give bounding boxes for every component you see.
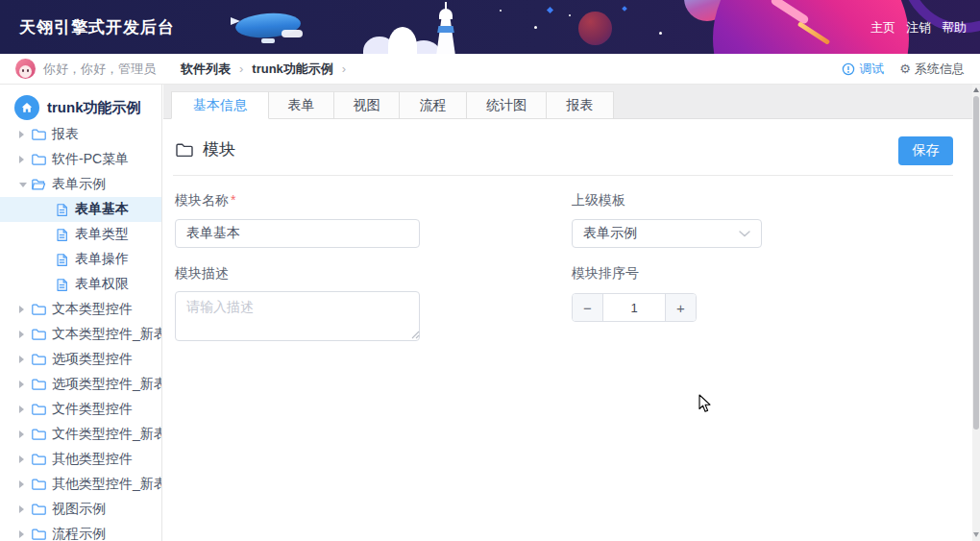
scroll-down-arrow-icon[interactable]	[973, 532, 979, 537]
avatar	[15, 59, 36, 79]
chevron-right-icon: ›	[239, 61, 243, 76]
folder-icon	[31, 527, 46, 541]
lighthouse-illustration	[436, 17, 455, 54]
folder-icon	[31, 127, 46, 142]
caret-right-icon[interactable]	[19, 480, 31, 488]
lighthouse-illustration	[436, 26, 455, 33]
required-asterisk: *	[231, 192, 235, 208]
planet-small-illustration	[578, 12, 612, 45]
parent-template-label: 上级模板	[572, 192, 625, 209]
breadcrumb-bar: 你好，你好，管理员 软件列表 › trunk功能示例 › 调试 ⚙ 系统信息	[0, 54, 980, 85]
tree-item-other-controls-new[interactable]: 其他类型控件_新表	[0, 472, 161, 497]
nav-logout-link[interactable]: 注销	[906, 19, 931, 37]
tree-item-label: 文本类型控件	[52, 301, 133, 318]
hill-illustration	[388, 27, 417, 54]
sidebar-root-node[interactable]: trunk功能示例	[0, 93, 161, 122]
caret-right-icon[interactable]	[19, 356, 31, 363]
tree-item-text-controls[interactable]: 文本类型控件	[0, 297, 161, 322]
document-icon	[55, 203, 69, 217]
chevron-down-icon	[739, 231, 750, 237]
tree-item-other-controls[interactable]: 其他类型控件	[0, 447, 161, 472]
document-icon	[55, 278, 69, 292]
module-name-input[interactable]	[175, 219, 420, 248]
tree-item-form-permission[interactable]: 表单权限	[0, 272, 161, 297]
star-icon	[569, 14, 571, 16]
star-icon	[534, 26, 537, 29]
sidebar-tree: trunk功能示例 报表 软件-PC菜单 表单示例 表单基本 表单类型 表单操作…	[0, 85, 162, 541]
avatar-eye	[22, 69, 24, 72]
caret-right-icon[interactable]	[19, 455, 31, 463]
tree-item-option-controls-new[interactable]: 选项类型控件_新表	[0, 372, 161, 397]
nav-home-link[interactable]: 主页	[870, 19, 895, 37]
tree-item-label: 文本类型控件_新表	[52, 326, 162, 343]
gear-icon: ⚙	[899, 61, 911, 76]
tree-item-label: 表单权限	[75, 276, 129, 293]
tree-item-file-controls[interactable]: 文件类型控件	[0, 397, 161, 422]
tree-item-reports[interactable]: 报表	[0, 122, 161, 147]
folder-icon	[31, 152, 46, 167]
tab-flow[interactable]: 流程	[400, 91, 467, 119]
avatar-face	[19, 65, 32, 78]
module-order-value[interactable]: 1	[603, 294, 665, 321]
increase-button[interactable]: +	[665, 294, 696, 321]
caret-right-icon[interactable]	[19, 406, 31, 413]
tree-item-form-basic[interactable]: 表单基本	[0, 197, 161, 222]
star-icon	[500, 10, 502, 12]
vertical-scrollbar[interactable]	[972, 85, 980, 541]
system-info-button[interactable]: ⚙ 系统信息	[899, 61, 965, 78]
folder-icon	[31, 327, 46, 342]
info-icon	[842, 62, 855, 76]
tree-item-label: 表单类型	[75, 226, 129, 243]
caret-right-icon[interactable]	[19, 505, 31, 513]
parent-template-select[interactable]: 表单示例	[572, 219, 762, 248]
tab-report[interactable]: 报表	[547, 91, 614, 119]
breadcrumb-trunk-demo[interactable]: trunk功能示例	[252, 61, 333, 78]
caret-right-icon[interactable]	[19, 331, 31, 338]
tree-item-text-controls-new[interactable]: 文本类型控件_新表	[0, 322, 161, 347]
parent-template-value: 表单示例	[583, 225, 739, 242]
tab-bar: 基本信息 表单 视图 流程 统计图 报表	[163, 85, 972, 119]
decrease-button[interactable]: −	[573, 294, 603, 321]
tab-view[interactable]: 视图	[334, 91, 400, 119]
document-icon	[55, 253, 69, 267]
tree-item-flow-demo[interactable]: 流程示例	[0, 522, 161, 541]
tab-chart[interactable]: 统计图	[467, 91, 547, 119]
tree-item-option-controls[interactable]: 选项类型控件	[0, 347, 161, 372]
scroll-up-arrow-icon[interactable]	[973, 87, 979, 92]
tree-item-view-demo[interactable]: 视图示例	[0, 497, 161, 522]
tree-item-label: 视图示例	[52, 501, 106, 518]
app-title: 天翎引擎式开发后台	[19, 16, 175, 38]
caret-right-icon[interactable]	[19, 530, 31, 538]
tab-basic-info[interactable]: 基本信息	[171, 91, 269, 119]
app-header: 天翎引擎式开发后台 主页 注销 帮助	[0, 0, 980, 54]
module-desc-label: 模块描述	[175, 265, 229, 283]
scrollbar-thumb[interactable]	[973, 96, 979, 430]
debug-button[interactable]: 调试	[842, 61, 884, 78]
tree-item-form-type[interactable]: 表单类型	[0, 222, 161, 247]
caret-right-icon[interactable]	[19, 156, 31, 163]
airship-illustration	[261, 38, 275, 43]
folder-icon	[31, 377, 46, 392]
caret-right-icon[interactable]	[19, 131, 31, 138]
breadcrumb-software-list[interactable]: 软件列表	[181, 61, 231, 78]
tab-form[interactable]: 表单	[269, 91, 334, 119]
home-icon	[14, 95, 39, 120]
module-desc-textarea[interactable]	[175, 291, 420, 341]
caret-right-icon[interactable]	[19, 381, 31, 388]
tree-item-pc-menu[interactable]: 软件-PC菜单	[0, 147, 161, 172]
tree-item-label: 文件类型控件_新表	[52, 426, 162, 443]
folder-open-icon	[31, 177, 46, 192]
lighthouse-illustration	[445, 2, 447, 10]
topbar-actions: 调试 ⚙ 系统信息	[842, 61, 965, 78]
tree-item-form-demo[interactable]: 表单示例	[0, 172, 161, 197]
document-icon	[55, 228, 69, 242]
caret-down-icon[interactable]	[19, 183, 31, 187]
tree-item-label: 表单操作	[75, 251, 129, 268]
caret-right-icon[interactable]	[19, 430, 31, 438]
caret-right-icon[interactable]	[19, 306, 31, 313]
tree-item-label: 流程示例	[52, 526, 106, 541]
save-button[interactable]: 保存	[898, 136, 953, 165]
tree-item-form-action[interactable]: 表单操作	[0, 247, 161, 272]
nav-help-link[interactable]: 帮助	[942, 19, 967, 37]
tree-item-file-controls-new[interactable]: 文件类型控件_新表	[0, 422, 161, 447]
